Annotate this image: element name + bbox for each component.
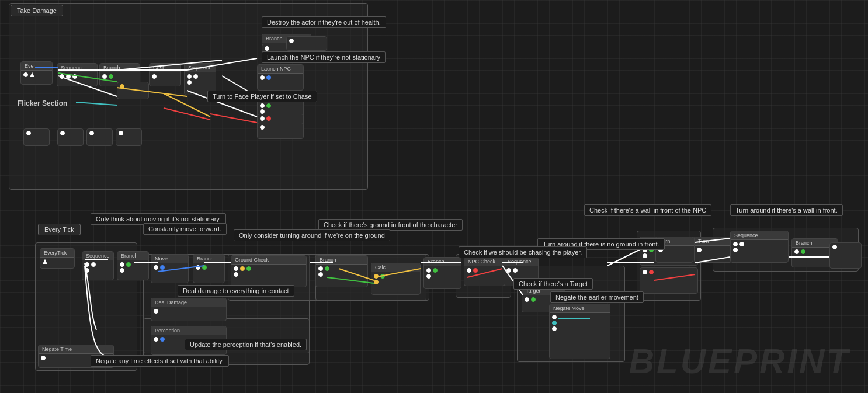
node-rt-1[interactable]: [286, 36, 327, 51]
node-top-2[interactable]: Sequence: [57, 63, 98, 86]
blueprint-watermark: BLUEPRINT: [629, 341, 850, 381]
node-b5[interactable]: Ground Check: [231, 255, 307, 287]
every-tick-label: Every Tick: [38, 224, 81, 235]
node-negate-move[interactable]: Negate Move: [549, 304, 610, 359]
tooltip-turn-face: Turn to Face Player if set to Chase: [207, 91, 317, 102]
take-damage-label: Take Damage: [11, 5, 63, 16]
node-launch[interactable]: Launch NPC: [257, 64, 304, 91]
tooltip-negate-movement: Negate the earlier movement: [550, 291, 644, 303]
node-top-5[interactable]: Cast: [149, 63, 181, 86]
tooltip-check-ground: Check if there's ground in front of the …: [318, 219, 463, 231]
node-every-tick[interactable]: EveryTick: [40, 248, 75, 269]
node-b8[interactable]: Branch: [423, 257, 461, 289]
node-flicker-4[interactable]: [116, 128, 142, 146]
node-b6[interactable]: Branch: [315, 255, 368, 287]
node-wall-2[interactable]: [640, 267, 698, 294]
node-damage[interactable]: Deal Damage: [151, 298, 227, 321]
node-b3[interactable]: Move: [151, 254, 189, 283]
tooltip-turn-around-wall: Turn around if there's a wall in front.: [730, 204, 843, 216]
tooltip-deal-damage: Deal damage to everything in contact: [178, 285, 294, 297]
tooltip-negate-time: Negate any time effects if set with that…: [91, 355, 229, 367]
node-flicker-1[interactable]: [23, 128, 50, 146]
node-top-4[interactable]: [117, 82, 149, 99]
node-b9[interactable]: NPC Check: [464, 257, 505, 286]
node-right-1[interactable]: Sequence: [730, 231, 789, 263]
tooltip-check-target: Check if there's a Target: [513, 278, 593, 290]
node-b4[interactable]: Branch: [193, 254, 225, 283]
node-turn-2[interactable]: Turn: [694, 237, 732, 263]
blueprint-canvas: Take Damage Flicker Section Event Sequen…: [0, 0, 868, 393]
tooltip-update-perception: Update the perception if that's enabled.: [185, 339, 307, 350]
tooltip-destroy: Destroy the actor if they're out of heal…: [262, 16, 386, 28]
tooltip-launch: Launch the NPC if they're not stationary: [262, 51, 386, 63]
tooltip-check-wall: Check if there's a wall in front of the …: [584, 204, 711, 216]
node-rt-3[interactable]: [257, 123, 304, 139]
node-b1[interactable]: Sequence: [82, 251, 114, 280]
tooltip-only-consider: Only consider turning around if we're on…: [234, 229, 390, 241]
tooltip-constantly-move: Constantly move forward.: [143, 223, 227, 235]
node-b2[interactable]: Branch: [117, 251, 149, 280]
node-top-1[interactable]: Event: [20, 61, 53, 85]
node-flicker-2[interactable]: [57, 128, 84, 146]
node-right-3[interactable]: [829, 242, 862, 269]
tooltip-check-chasing: Check if we should be chasing the player…: [459, 246, 587, 258]
node-flicker-3[interactable]: [86, 128, 113, 146]
flicker-section-label: Flicker Section: [18, 99, 67, 107]
node-b7[interactable]: Calc: [371, 263, 421, 295]
